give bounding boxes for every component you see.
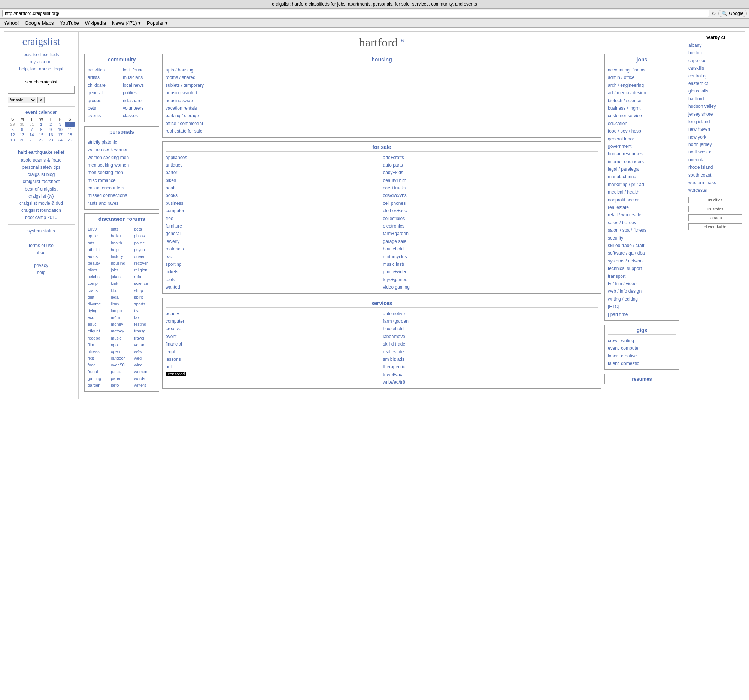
forsale-toysgames[interactable]: toys+games (383, 276, 598, 284)
community-childcare[interactable]: childcare (88, 82, 121, 89)
jobs-part-time[interactable]: [ part time ] (608, 311, 676, 318)
forum-arts[interactable]: arts (88, 239, 109, 246)
forsale-antiques[interactable]: antiques (165, 161, 381, 169)
us-cities-btn[interactable]: us cities (688, 197, 742, 203)
forum-linux[interactable]: linux (111, 300, 133, 307)
forum-women[interactable]: women (134, 368, 156, 375)
forsale-cdsdvd[interactable]: cds/dvd/vhs (383, 192, 598, 199)
nearby-worcester[interactable]: worcester (688, 186, 742, 194)
forum-recover[interactable]: recover (134, 260, 156, 267)
services-event[interactable]: event (165, 333, 381, 340)
housing-real-estate[interactable]: real estate for sale (165, 127, 598, 135)
jobs-customer[interactable]: customer service (608, 112, 676, 119)
jobs-biotech[interactable]: biotech / science (608, 97, 676, 104)
forum-comp[interactable]: comp (88, 280, 109, 287)
community-volunteers[interactable]: volunteers (123, 104, 156, 112)
nearby-boston[interactable]: boston (688, 49, 742, 56)
forum-shop[interactable]: shop (134, 287, 156, 294)
forsale-musicinstr[interactable]: music instr (383, 261, 598, 268)
personals-missed-connections[interactable]: missed connections (88, 192, 156, 199)
tv-link[interactable]: craigslist {tv} (8, 193, 75, 200)
forsale-carstrucks[interactable]: cars+trucks (383, 184, 598, 192)
boot-camp-link[interactable]: boot camp 2010 (8, 214, 75, 221)
jobs-security[interactable]: security (608, 234, 676, 242)
movie-dvd-link[interactable]: craigslist movie & dvd (8, 200, 75, 207)
jobs-writing[interactable]: writing / editing (608, 295, 676, 303)
cal-day[interactable]: 29 (8, 122, 17, 127)
forum-m4m[interactable]: m4m (111, 314, 133, 321)
forum-gifts[interactable]: gifts (111, 226, 133, 232)
cal-day[interactable]: 8 (36, 127, 46, 132)
forum-politic[interactable]: politic (134, 239, 156, 246)
terms-link[interactable]: terms of use (9, 242, 73, 249)
jobs-human-resources[interactable]: human resources (608, 150, 676, 158)
personals-men-seeking-women[interactable]: men seeking women (88, 161, 156, 169)
housing-parking[interactable]: parking / storage (165, 112, 598, 119)
cal-day[interactable]: 5 (8, 127, 17, 132)
jobs-education[interactable]: education (608, 120, 676, 127)
search-go-button[interactable]: > (37, 96, 44, 103)
forsale-autoparts[interactable]: auto parts (383, 161, 598, 169)
forsale-wanted[interactable]: wanted (165, 284, 381, 291)
cal-day[interactable]: 22 (36, 137, 46, 143)
nearby-oneonta[interactable]: oneonta (688, 156, 742, 163)
nearby-hudson-valley[interactable]: hudson valley (688, 102, 742, 110)
forsale-jewelry[interactable]: jewelry (165, 238, 381, 245)
forum-diet[interactable]: diet (88, 294, 109, 300)
foundation-link[interactable]: craigslist foundation (8, 207, 75, 214)
personals-strictly-platonic[interactable]: strictly platonic (88, 139, 156, 146)
forsale-business[interactable]: business (165, 200, 381, 207)
nearby-albany[interactable]: albany (688, 41, 742, 49)
jobs-arch[interactable]: arch / engineering (608, 82, 676, 89)
forum-religion[interactable]: religion (134, 267, 156, 273)
personal-safety-link[interactable]: personal safety tips (8, 164, 75, 171)
jobs-medical[interactable]: medical / health (608, 188, 676, 196)
personals-women-seeking-men[interactable]: women seeking men (88, 154, 156, 161)
nearby-cape-cod[interactable]: cape cod (688, 57, 742, 64)
jobs-software[interactable]: software / qa / dba (608, 249, 676, 257)
forum-gaming[interactable]: gaming (88, 375, 109, 382)
services-computer[interactable]: computer (165, 317, 381, 325)
forum-beauty[interactable]: beauty (88, 260, 109, 267)
services-skilld-trade[interactable]: skill'd trade (383, 340, 598, 348)
forum-kink[interactable]: kink (111, 280, 133, 287)
best-of-link[interactable]: best-of-craigslist (8, 186, 75, 193)
gigs-creative[interactable]: creative (621, 352, 640, 360)
forsale-bikes[interactable]: bikes (165, 177, 381, 184)
forum-educ[interactable]: educ (88, 321, 109, 328)
cal-day[interactable]: 10 (55, 127, 65, 132)
jobs-nonprofit[interactable]: nonprofit sector (608, 196, 676, 204)
nav-item-youtube[interactable]: YouTube (60, 20, 79, 26)
jobs-skilled[interactable]: skilled trade / craft (608, 242, 676, 249)
forum-jokes[interactable]: jokes (111, 273, 133, 280)
system-status-link[interactable]: system status (8, 227, 75, 235)
forum-music[interactable]: music (111, 335, 133, 342)
forum-writers[interactable]: writers (134, 382, 156, 389)
cal-day[interactable]: 7 (27, 127, 36, 132)
cal-day[interactable]: 6 (17, 127, 27, 132)
resumes-link[interactable]: resumes (608, 376, 676, 382)
nearby-rhode-island[interactable]: rhode island (688, 163, 742, 171)
forsale-tools[interactable]: tools (165, 276, 381, 284)
forum-outdoor[interactable]: outdoor (111, 355, 133, 361)
jobs-manufacturing[interactable]: manufacturing (608, 173, 676, 180)
forsale-artscrafts[interactable]: arts+crafts (383, 154, 598, 161)
gigs-event[interactable]: event (608, 345, 619, 352)
nav-item-news[interactable]: News (471) ▾ (112, 20, 141, 26)
forum-jobs[interactable]: jobs (111, 267, 133, 273)
community-artists[interactable]: artists (88, 74, 121, 81)
community-pets[interactable]: pets (88, 104, 121, 112)
canada-btn[interactable]: canada (688, 215, 742, 221)
forum-words[interactable]: words (134, 375, 156, 382)
nearby-new-haven[interactable]: new haven (688, 125, 742, 133)
forum-testing[interactable]: testing (134, 321, 156, 328)
cal-day[interactable]: 23 (46, 137, 55, 143)
forum-atheist[interactable]: atheist (88, 246, 109, 253)
forum-locpol[interactable]: loc pol (111, 307, 133, 314)
nearby-glens-falls[interactable]: glens falls (688, 87, 742, 95)
forsale-photovideo[interactable]: photo+video (383, 268, 598, 276)
forum-queer[interactable]: queer (134, 253, 156, 260)
jobs-web[interactable]: web / info design (608, 287, 676, 295)
forsale-collectibles[interactable]: collectibles (383, 215, 598, 223)
community-groups[interactable]: groups (88, 97, 121, 104)
